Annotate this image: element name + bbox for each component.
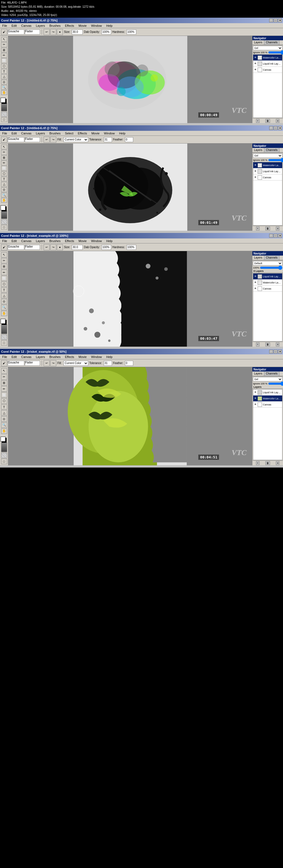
- layer-eye-l2[interactable]: 👁: [254, 170, 257, 173]
- new-layer-btn-4[interactable]: +: [256, 461, 259, 465]
- layer-item-canvas-3[interactable]: 👁 Canvas: [253, 286, 282, 292]
- brush-icon-1[interactable]: 🖌: [1, 29, 7, 35]
- tool-btn-2b[interactable]: ↪: [50, 136, 56, 143]
- layer-eye-w2[interactable]: 👁: [254, 164, 257, 167]
- menu-edit-4[interactable]: Edit: [10, 355, 18, 359]
- layer-eye-1[interactable]: 👁: [254, 56, 257, 59]
- pan-tool-2[interactable]: ✋: [1, 198, 7, 203]
- color-swatches-1[interactable]: [1, 97, 8, 102]
- pan-tool-4[interactable]: ✋: [1, 428, 7, 434]
- text-tool-1[interactable]: T: [1, 69, 7, 74]
- tolerance-input-4[interactable]: [104, 361, 112, 366]
- crop-tool-1[interactable]: ✂: [1, 42, 7, 47]
- layers-mode-dropdown-3[interactable]: DefaultGel: [253, 261, 282, 266]
- menu-effects-3[interactable]: Effects: [64, 239, 75, 243]
- clone-tool-1[interactable]: ⊙: [1, 80, 7, 85]
- eraser-tool-4[interactable]: ⬜: [1, 392, 7, 398]
- tool-btn-2a[interactable]: ↩: [43, 136, 50, 143]
- brush-variant-dropdown-4[interactable]: Flatter: [25, 361, 40, 366]
- layer-eye-c2[interactable]: 👁: [254, 176, 257, 179]
- menu-brushes-2[interactable]: Brushes: [48, 132, 62, 135]
- menu-movie-4[interactable]: Movie: [77, 355, 88, 359]
- menu-layers-3[interactable]: Layers: [35, 239, 46, 243]
- pattern-swatch-3[interactable]: [1, 335, 7, 340]
- crop-tool-2[interactable]: ✂: [1, 150, 7, 155]
- color-swatches-3[interactable]: [1, 318, 8, 324]
- tab-layers-2[interactable]: Layers: [252, 148, 264, 152]
- menu-canvas-1[interactable]: Canvas: [20, 24, 33, 27]
- clone-tool-3[interactable]: ⊙: [1, 299, 7, 304]
- tab-layers-1[interactable]: Layers: [252, 40, 264, 45]
- menu-brushes-4[interactable]: Brushes: [48, 355, 62, 359]
- fill-tool-2[interactable]: ⬡: [1, 172, 7, 176]
- maximize-btn-4[interactable]: □: [274, 350, 278, 353]
- menu-help-3[interactable]: Help: [105, 239, 114, 243]
- tool-circle-1[interactable]: ●: [57, 29, 63, 35]
- size-input-1[interactable]: [72, 30, 83, 34]
- paper-swatch-4[interactable]: □: [1, 459, 7, 464]
- pan-tool-1[interactable]: ✋: [1, 90, 7, 95]
- brush-preset-dropdown-4[interactable]: Gouache: [8, 361, 24, 366]
- layer-item-canvas-2[interactable]: 👁 Canvas: [253, 175, 282, 181]
- layer-eye-l4[interactable]: 👁: [254, 391, 257, 394]
- feather-input-4[interactable]: [125, 361, 133, 366]
- paint-tool-1[interactable]: ✏: [1, 53, 7, 58]
- paper-swatch-1[interactable]: □: [1, 117, 7, 122]
- close-btn-1[interactable]: ✕: [278, 19, 282, 22]
- select-tool-1[interactable]: ↖: [1, 37, 7, 42]
- shape-tool-2[interactable]: △: [1, 182, 7, 187]
- paint-tool-2[interactable]: ✏: [1, 161, 7, 165]
- layer-item-canvas-1[interactable]: 👁 Canvas: [253, 67, 282, 73]
- layers-mode-dropdown-1[interactable]: GelDefaultIgnore: [253, 46, 282, 50]
- color-swatches-2[interactable]: [1, 204, 8, 210]
- bg-color-1[interactable]: [1, 98, 5, 103]
- canvas-area-4[interactable]: VTC 00:04:51: [8, 367, 252, 465]
- menu-file-2[interactable]: File: [1, 132, 8, 135]
- layer-options-btn-2[interactable]: ≡: [276, 226, 279, 230]
- zoom-tool-3[interactable]: 🔍: [1, 305, 7, 310]
- bg-color-3[interactable]: [1, 319, 5, 324]
- gradient-swatch-2[interactable]: [1, 210, 7, 219]
- gradient-swatch-3[interactable]: [1, 324, 7, 334]
- tool-btn-4a[interactable]: ↩: [43, 360, 50, 366]
- paper-swatch-2[interactable]: □: [1, 225, 7, 229]
- new-layer-btn-1[interactable]: +: [256, 119, 259, 123]
- layer-eye-canvas-1[interactable]: 👁: [254, 68, 257, 71]
- fill-tool-4[interactable]: ⬡: [1, 398, 7, 404]
- menu-movie-1[interactable]: Movie: [77, 24, 88, 27]
- tool-btn-4b[interactable]: ↪: [50, 360, 56, 366]
- menu-effects-2[interactable]: Effects: [77, 132, 88, 135]
- tab-channels-2[interactable]: Channels: [264, 148, 279, 152]
- text-tool-2[interactable]: T: [1, 177, 7, 181]
- brush-variant-dropdown-2[interactable]: Flatter: [25, 137, 40, 142]
- pattern-swatch-4[interactable]: [1, 453, 7, 458]
- crop-tool-3[interactable]: ✂: [1, 258, 7, 263]
- brush-variant-dropdown-1[interactable]: Flatter: [25, 30, 40, 34]
- close-btn-4[interactable]: ✕: [278, 350, 282, 353]
- bg-color-4[interactable]: [1, 437, 5, 442]
- menu-help-2[interactable]: Help: [118, 132, 127, 135]
- select-tool-2[interactable]: ↖: [1, 145, 7, 149]
- menu-layers-2[interactable]: Layers: [35, 132, 46, 135]
- hardness-input-3[interactable]: [127, 245, 136, 250]
- menu-layers-4[interactable]: Layers: [35, 355, 46, 359]
- close-btn-2[interactable]: ✕: [278, 126, 282, 130]
- menu-brushes-1[interactable]: Brushes: [48, 24, 62, 27]
- menu-window-3[interactable]: Window: [90, 239, 103, 243]
- menu-help-4[interactable]: Help: [105, 355, 114, 359]
- brush-preset-dropdown-3[interactable]: Gouache: [8, 245, 24, 250]
- maximize-btn-2[interactable]: □: [274, 126, 278, 130]
- brush-preset-dropdown-2[interactable]: Gouache: [8, 137, 24, 142]
- paper-swatch-3[interactable]: □: [1, 340, 7, 345]
- transform-tool-1[interactable]: ⊞: [1, 48, 7, 53]
- eraser-tool-3[interactable]: ⬜: [1, 276, 7, 281]
- tab-channels-4[interactable]: Channels: [264, 371, 279, 376]
- layer-options-btn-1[interactable]: ≡: [276, 119, 279, 123]
- menu-canvas-2[interactable]: Canvas: [20, 132, 33, 135]
- menu-window-2[interactable]: Window: [103, 132, 116, 135]
- menu-edit-2[interactable]: Edit: [10, 132, 18, 135]
- layer-item-liquid-2[interactable]: 👁 Liquid Ink Layer 1: [253, 168, 282, 175]
- menu-file-3[interactable]: File: [1, 239, 8, 243]
- brush-icon-4[interactable]: 🖌: [1, 360, 7, 366]
- layer-item-liquid-4[interactable]: 👁 Liquid Ink Layer 1: [253, 390, 282, 396]
